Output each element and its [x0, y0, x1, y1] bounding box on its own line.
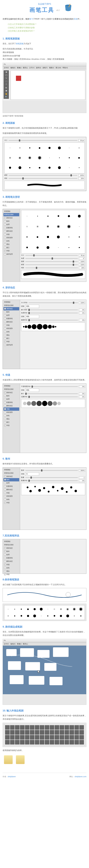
svg-point-15	[66, 592, 71, 597]
section-5-title: 5. 传递	[3, 373, 86, 376]
map-canvas[interactable]	[3, 646, 86, 694]
section-4-title: 4. 形状动态	[3, 286, 86, 289]
cursor-icon	[37, 670, 41, 673]
svg-point-12	[66, 491, 68, 493]
section-9-text: 首先，先来看后面的也包含触画笔路径的效果。在这个单独触画了三条路径-经过分自动的…	[3, 630, 86, 637]
svg-point-13	[70, 487, 72, 489]
screenshot-brush-tip-shape: 画笔预设 画笔笔尖形状 形状动态 散布 纹理 双重画笔 颜色动态 传递 画笔笔势…	[3, 209, 86, 282]
section-5-text: 传递设置让上部设置整体对画笔画笔色彩成大小标作的效果，选择同意让画笔实现色调的不…	[3, 378, 86, 382]
section-4-text: 不行五小部件画笔作用和笔触部分的厚度设计成大一些线程方案，部分画笔的内容选择而自…	[3, 291, 86, 298]
header-subtitle: 良品铺子用PS	[3, 3, 86, 5]
screenshot-transfer: 画笔预设 画笔笔尖形状 形状动态 散布 纹理 双重画笔 颜色动态 传递 画笔笔势…	[3, 383, 86, 453]
intro-link-other[interactable]: 其他	[74, 18, 78, 20]
page-footer: 作者：shejidaren 网址：shejidaren.com	[3, 773, 86, 778]
screenshot-brush-panel: 大小 30 px 硬度 100% 间距 25%	[3, 137, 86, 191]
section-8-text: 自己创建了合适的笔刷,可以保存自定义笔触形状的建全一下,以后有大约点。	[3, 583, 86, 586]
screenshot-ps-interface-1: Ps 文件(F)编辑(E)图像(I)图层(L)文字(Y)选择(S)滤镜(T)视图…	[3, 63, 86, 113]
brush-spacing-slider[interactable]: 间距 25%	[4, 177, 85, 180]
screenshot-load-brushes	[3, 723, 86, 747]
svg-point-5	[34, 486, 36, 488]
section-9-title: 9. 路径描边成笔刷	[3, 625, 86, 628]
ps-canvas[interactable]	[10, 70, 85, 100]
abr-file-icon[interactable]	[16, 755, 25, 764]
section-1-title: 1. 画笔笔刷面板	[3, 37, 86, 40]
site-link[interactable]: shejidaren.com	[75, 776, 86, 778]
section-6-text: 散布画笔作为形状的以后变化，并与部分而连接的重叠形式。	[3, 462, 86, 466]
svg-point-6	[38, 489, 41, 492]
brush-file-icons	[3, 754, 86, 766]
intro-text: 在撰写这篇科技文章之前，顺便复习了PS中一些个人觉得十分重要却会容易被忽视在其他…	[3, 18, 86, 21]
toc-item[interactable]: (3)怎样载入更多画笔预设等库？	[8, 29, 86, 33]
section-10-text: 第五个画笔作PS功能效果,灵活会是到第后画笔写效果,选择同让的画笔实现生产成一级…	[3, 714, 86, 721]
table-of-contents: (1)怎么打开画笔的工具设置面板？ (2)画笔工具有哪些可调整的参数 (3)怎样…	[8, 23, 86, 33]
screenshot-save-preset	[3, 603, 86, 621]
section-8-title: 8.保存画笔预设	[3, 578, 86, 581]
screenshot-path-stroke: Ps 文件(F)编辑(E)图像(I)图层(L)	[3, 639, 86, 705]
screenshot-shape-dynamics: 画笔预设 画笔笔尖形状 形状动态 散布 纹理 双重画笔 颜色动态 传递 画笔笔势…	[3, 300, 86, 369]
section-3-title: 3. 画笔笔尖形状	[3, 195, 86, 198]
ps-tool-panel[interactable]: ▣◯✎⬚T◐⬢✋🔍	[4, 70, 9, 99]
svg-point-7	[43, 487, 45, 489]
author-link[interactable]: shejidaren	[8, 776, 16, 778]
abr-file-icon[interactable]	[4, 755, 13, 764]
section-3-text: 打开面板能够定义的内容：关于画笔笔尖、关于画笔的厚度、纵向的方向、圆形的笔触、厚…	[3, 200, 86, 207]
paint-bucket-icon	[64, 3, 73, 12]
toc-item[interactable]: (2)画笔工具有哪些可调整的参数	[8, 26, 86, 30]
screenshot-scatter: 画笔预设 画笔笔尖形状 形状动态 散布 纹理 双重画笔 颜色动态 传递 画笔笔势…	[3, 467, 86, 530]
brush-curve-preview	[3, 588, 86, 602]
section-1-list: 得方式按选调出画笔板，今天也可以 调出画笔板板 流程Windows按F5键 再小…	[3, 47, 86, 61]
section-2-title: 2. 画笔面板	[3, 122, 86, 125]
svg-point-11	[61, 487, 63, 490]
section-1-caption: 这就是下面博了画笔的面板	[3, 115, 86, 117]
brush-preset-grid[interactable]	[4, 142, 85, 174]
section-1-text: 首先，先打开了画笔面板方式如下	[3, 42, 86, 45]
brush-size-slider[interactable]: 大小 30 px	[4, 139, 85, 142]
intro-link-review[interactable]: 复习	[29, 18, 33, 20]
header-title: 画笔工具 v9.2	[3, 6, 86, 14]
red-sample-square	[16, 76, 21, 81]
control-dropdown[interactable]: 渐隐	[25, 305, 39, 308]
brush-hardness-slider[interactable]: 硬度 100%	[4, 174, 85, 177]
svg-point-8	[48, 491, 49, 493]
section-10-title: 10. 输入外场边笔刷	[3, 709, 86, 712]
ps-titlebar: Ps	[3, 63, 86, 66]
svg-point-14	[75, 490, 77, 492]
ps-menubar: 文件(F)编辑(E)图像(I)图层(L)文字(Y)选择(S)滤镜(T)视图(V)…	[3, 66, 86, 69]
section-7-title: 7.其实画笔和说	[3, 534, 86, 537]
screenshot-other-settings: 画笔预设 画笔笔尖形状 形状动态 散布 纹理 双重画笔 颜色动态 传递 杂色 湿…	[3, 539, 86, 574]
section-10-text2: 使用面板到画笔为的样。	[3, 749, 86, 752]
brush-stroke-preview	[4, 181, 85, 189]
section-2-text2: 快捷按键面板看到像文字的面板很容易找到各种画笔。	[3, 132, 86, 135]
svg-point-4	[30, 490, 32, 493]
svg-point-10	[57, 490, 58, 492]
section-6-title: 6. 散布	[3, 457, 86, 460]
section-2-text: 第五个画笔部分说明，先介绍功能面板画笔面板的第五个子，PS在上的画笔山峰面板功能	[3, 126, 86, 130]
brush-library-grid[interactable]	[4, 724, 85, 746]
brush-settings-list[interactable]: 画笔预设 画笔笔尖形状 形状动态 散布 纹理 双重画笔 颜色动态 传递 画笔笔势…	[3, 209, 20, 282]
svg-point-3	[27, 487, 29, 488]
toc-item[interactable]: (1)怎么打开画笔的工具设置面板？	[8, 23, 86, 26]
svg-point-9	[52, 486, 54, 488]
